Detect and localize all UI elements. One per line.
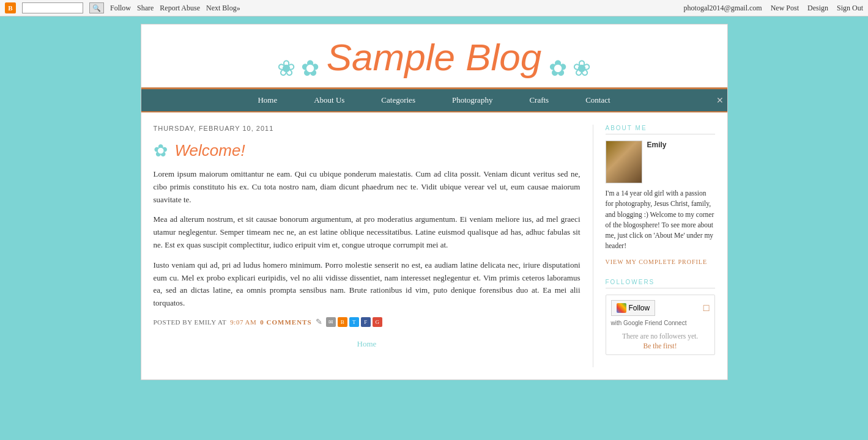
blog-header: ❀ ✿ Sample Blog ✿ ❀ bbox=[141, 24, 727, 89]
search-input[interactable] bbox=[22, 2, 83, 13]
new-post-link[interactable]: New Post bbox=[771, 4, 799, 13]
about-me-section: About Me Emily I'm a 14 year old girl wi… bbox=[606, 125, 715, 266]
follow-subtitle: with Google Friend Connect bbox=[611, 320, 710, 326]
post-date: Thursday, February 10, 2011 bbox=[154, 125, 581, 132]
design-link[interactable]: Design bbox=[807, 4, 828, 13]
share-link[interactable]: Share bbox=[137, 4, 154, 13]
nav-contact[interactable]: Contact bbox=[567, 89, 628, 111]
comments-link[interactable]: 0 Comments bbox=[260, 318, 311, 326]
right-links: photogal2014@gmail.com New Post Design S… bbox=[684, 4, 863, 13]
google-friend-connect-icon bbox=[617, 303, 626, 313]
share-blog-icon[interactable]: B bbox=[338, 317, 347, 327]
report-abuse-link[interactable]: Report Abuse bbox=[160, 4, 200, 13]
view-profile-link[interactable]: View My Complete Profile bbox=[606, 258, 708, 265]
follow-btn-label: Follow bbox=[629, 304, 650, 312]
followers-close-icon[interactable]: □ bbox=[703, 302, 710, 314]
sidebar: About Me Emily I'm a 14 year old girl wi… bbox=[593, 125, 715, 367]
post-title: Welcome! bbox=[175, 141, 245, 160]
post-paragraph-1: Lorem ipsum maiorum omittantur ne eam. Q… bbox=[154, 168, 581, 206]
post-body: Lorem ipsum maiorum omittantur ne eam. Q… bbox=[154, 168, 581, 310]
share-icons: ✉ B t f g bbox=[326, 317, 382, 327]
post-footer: Posted by Emily at 9:07 AM 0 Comments ✎ … bbox=[154, 317, 581, 327]
share-email-icon[interactable]: ✉ bbox=[326, 317, 336, 327]
follow-link[interactable]: Follow bbox=[110, 4, 131, 13]
blog-body: Thursday, February 10, 2011 ✿ Welcome! L… bbox=[141, 112, 727, 380]
blog-title-area: ❀ ✿ Sample Blog ✿ ❀ bbox=[147, 37, 721, 81]
post-flower-icon: ✿ bbox=[154, 141, 168, 161]
share-twitter-icon[interactable]: t bbox=[349, 317, 359, 327]
follow-button[interactable]: Follow bbox=[611, 300, 656, 316]
blogger-logo: B bbox=[5, 2, 16, 13]
blog-wrapper: ❀ ✿ Sample Blog ✿ ❀ Home About Us Catego… bbox=[141, 24, 728, 380]
profile-name: Emily bbox=[647, 141, 667, 149]
followers-section: Followers Follow □ with Google Friend Co… bbox=[606, 279, 715, 355]
nav-photography[interactable]: Photography bbox=[434, 89, 511, 111]
share-facebook-icon[interactable]: f bbox=[361, 317, 371, 327]
post-paragraph-3: Iusto veniam qui ad, pri ad ludus homero… bbox=[154, 259, 581, 310]
sign-out-link[interactable]: Sign Out bbox=[837, 4, 863, 13]
profile-card: Emily bbox=[606, 141, 715, 183]
posted-by-label: Posted by Emily at bbox=[154, 318, 227, 326]
post-paragraph-2: Mea ad alterum nostrum, et sit causae bo… bbox=[154, 213, 581, 251]
about-me-heading: About Me bbox=[606, 125, 715, 134]
nav-categories[interactable]: Categories bbox=[363, 89, 434, 111]
flower-left-icon: ❀ ✿ bbox=[277, 56, 319, 81]
top-bar: B 🔍 Follow Share Report Abuse Next Blog»… bbox=[0, 0, 868, 16]
follow-btn-row: Follow □ bbox=[611, 300, 710, 316]
profile-photo-inner bbox=[606, 141, 642, 183]
blog-nav: Home About Us Categories Photography Cra… bbox=[141, 89, 727, 112]
share-gplus-icon[interactable]: g bbox=[373, 317, 382, 327]
profile-bio: I'm a 14 year old girl with a passion fo… bbox=[606, 188, 715, 252]
email-link[interactable]: photogal2014@gmail.com bbox=[684, 4, 762, 13]
home-link-area: Home bbox=[154, 327, 581, 355]
be-first-link[interactable]: Be the first! bbox=[611, 342, 710, 350]
nav-about[interactable]: About Us bbox=[295, 89, 363, 111]
followers-box: Follow □ with Google Friend Connect Ther… bbox=[606, 295, 715, 355]
flower-right-icon: ✿ ❀ bbox=[549, 56, 591, 81]
blog-title: Sample Blog bbox=[327, 36, 542, 78]
search-button[interactable]: 🔍 bbox=[89, 2, 104, 13]
post-title-row: ✿ Welcome! bbox=[154, 141, 581, 161]
edit-icon[interactable]: ✎ bbox=[316, 317, 323, 327]
profile-photo bbox=[606, 141, 642, 183]
home-link[interactable]: Home bbox=[357, 339, 377, 348]
main-content: Thursday, February 10, 2011 ✿ Welcome! L… bbox=[154, 125, 593, 367]
nav-close-icon[interactable]: ✕ bbox=[716, 95, 724, 106]
followers-heading: Followers bbox=[606, 279, 715, 288]
next-blog-link[interactable]: Next Blog» bbox=[206, 4, 240, 13]
followers-empty-text: There are no followers yet. bbox=[611, 332, 710, 340]
post-time[interactable]: 9:07 AM bbox=[230, 318, 256, 326]
nav-crafts[interactable]: Crafts bbox=[511, 89, 567, 111]
nav-home[interactable]: Home bbox=[239, 89, 295, 111]
